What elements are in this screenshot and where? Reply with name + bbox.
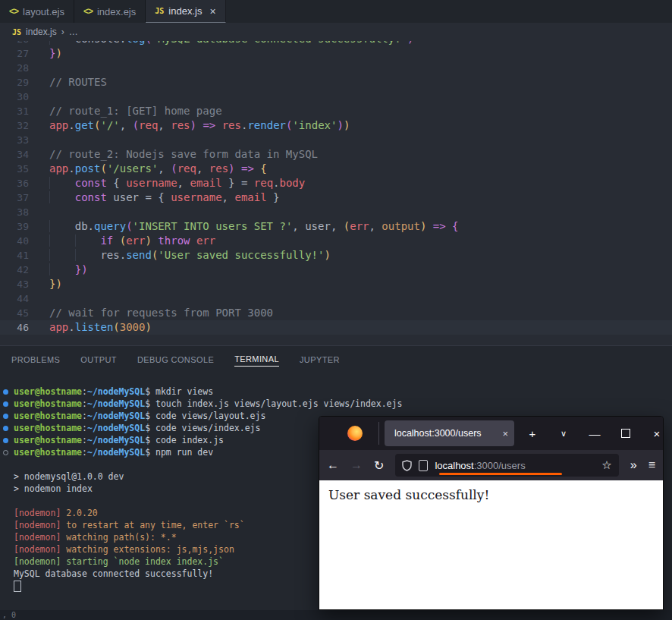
code-line[interactable]: 34// route_2: Nodejs save form data in M… xyxy=(0,147,672,162)
token xyxy=(215,119,221,131)
panel-tab-problems[interactable]: PROBLEMS xyxy=(11,352,60,367)
reload-button[interactable]: ↻ xyxy=(374,458,384,473)
close-icon[interactable]: × xyxy=(209,5,215,17)
token: ) xyxy=(55,47,61,59)
token: render xyxy=(247,119,286,131)
token: code views/layout.ejs xyxy=(155,411,265,421)
code-line[interactable]: 30 xyxy=(0,90,672,104)
token: watching path(s): *.* xyxy=(66,532,176,543)
token: 'INSERT INTO users SET ?' xyxy=(133,220,293,232)
line-number: 43 xyxy=(0,277,29,291)
code-line[interactable]: 33 xyxy=(0,133,672,147)
token: email xyxy=(234,191,266,203)
browser-tab[interactable]: localhost:3000/users × xyxy=(385,420,514,446)
command-status-dot-icon xyxy=(3,446,12,458)
token: output xyxy=(382,220,420,232)
token xyxy=(49,234,75,247)
breadcrumb-ellipsis[interactable]: … xyxy=(69,27,78,37)
code-line[interactable]: 43}) xyxy=(0,277,672,291)
token: $ xyxy=(145,423,155,433)
code-line[interactable]: 31// route_1: [GET] home page xyxy=(0,104,672,118)
code-line[interactable]: 41 res.send('User saved successfully!') xyxy=(0,248,672,263)
code-line[interactable]: 46app.listen(3000) xyxy=(0,320,672,335)
code-editor[interactable]: 26 console.log('MySQL database connected… xyxy=(0,41,672,345)
token: => xyxy=(203,119,215,131)
minimize-button[interactable]: — xyxy=(589,427,601,440)
code-line-text xyxy=(29,205,49,219)
hamburger-menu-icon[interactable]: ≡ xyxy=(648,458,655,472)
code-line[interactable]: 32app.get('/', (req, res) => res.render(… xyxy=(0,118,672,133)
panel-tab-jupyter[interactable]: JUPYTER xyxy=(300,352,340,367)
code-line-text: app.listen(3000) xyxy=(29,320,152,335)
code-line[interactable]: 28 xyxy=(0,61,672,75)
token xyxy=(75,249,101,261)
token: : xyxy=(82,447,87,458)
token: ) xyxy=(228,162,234,175)
firefox-titlebar[interactable]: localhost:3000/users × + ∨ — × xyxy=(319,417,663,450)
line-number: 33 xyxy=(0,133,29,147)
code-line[interactable]: 29// ROUTES xyxy=(0,75,672,90)
code-line-text: }) xyxy=(29,46,62,61)
code-line[interactable]: 44 xyxy=(0,291,672,306)
token: ) xyxy=(407,41,413,45)
token: { xyxy=(452,220,458,232)
shield-icon[interactable] xyxy=(402,460,412,471)
code-line[interactable]: 45// wait for requests from PORT 3000 xyxy=(0,306,672,320)
overflow-chevrons-icon[interactable]: » xyxy=(630,458,637,472)
code-line[interactable]: 38 xyxy=(0,205,672,219)
panel-tab-terminal[interactable]: TERMINAL xyxy=(234,351,279,367)
close-window-button[interactable]: × xyxy=(651,427,663,440)
code-line[interactable]: 27}) xyxy=(0,46,672,61)
breadcrumb[interactable]: JS index.js › … xyxy=(0,23,672,41)
token: ~/nodeMySQL xyxy=(87,386,145,397)
token: user = { xyxy=(107,191,171,203)
token: ~/nodeMySQL xyxy=(87,398,145,409)
token: . xyxy=(120,249,126,261)
token: , xyxy=(158,162,171,175)
code-line-text: db.query('INSERT INTO users SET ?', user… xyxy=(29,219,459,234)
line-number: 28 xyxy=(0,61,29,75)
breadcrumb-file[interactable]: index.js xyxy=(26,27,57,37)
back-button[interactable]: ← xyxy=(327,458,339,472)
token: ( xyxy=(145,41,151,45)
panel-tab-debug-console[interactable]: DEBUG CONSOLE xyxy=(137,352,214,367)
panel-tab-output[interactable]: OUTPUT xyxy=(80,352,117,367)
token: [nodemon] xyxy=(14,544,66,555)
code-line[interactable]: 26 console.log('MySQL database connected… xyxy=(0,41,672,46)
line-number: 29 xyxy=(0,75,29,90)
token: : xyxy=(82,398,87,409)
maximize-button[interactable] xyxy=(620,427,632,440)
page-info-icon[interactable] xyxy=(419,460,428,471)
code-line-text: app.get('/', (req, res) => res.render('i… xyxy=(29,118,350,133)
terminal-gutter xyxy=(3,543,12,555)
code-line[interactable]: 35app.post('/users', (req, res) => { xyxy=(0,162,672,176)
tab-close-icon[interactable]: × xyxy=(502,428,508,439)
editor-tab-bar: <> layout.ejs <> index.ejs JS index.js × xyxy=(0,0,672,23)
code-line-text: const { username, email } = req.body xyxy=(29,176,305,190)
token: res xyxy=(100,249,119,261)
token xyxy=(49,220,75,232)
code-line[interactable]: 36 const { username, email } = req.body xyxy=(0,176,672,190)
token: app xyxy=(49,321,68,333)
code-line-text: }) xyxy=(29,263,88,277)
code-line[interactable]: 37 const user = { username, email } xyxy=(0,190,672,205)
code-line[interactable]: 42 }) xyxy=(0,263,672,277)
token: req xyxy=(254,177,273,189)
tab-layout-ejs[interactable]: <> layout.ejs xyxy=(0,0,74,23)
code-line[interactable]: 39 db.query('INSERT INTO users SET ?', u… xyxy=(0,219,672,234)
token: > nodemysql@1.0.0 dev xyxy=(14,471,124,482)
tab-index-js[interactable]: JS index.js × xyxy=(146,0,225,23)
code-line[interactable]: 40 if (err) throw err xyxy=(0,234,672,248)
url-bar[interactable]: localhost:3000/users ☆ xyxy=(395,454,618,477)
new-tab-button[interactable]: + xyxy=(526,427,539,440)
token xyxy=(75,234,101,247)
titlebar-divider xyxy=(378,422,379,445)
token: [nodemon] starting `node index index.js` xyxy=(14,556,224,567)
tab-index-ejs[interactable]: <> index.ejs xyxy=(74,0,146,23)
token: MySQL database connected successfully! xyxy=(14,568,213,579)
bookmark-star-icon[interactable]: ☆ xyxy=(601,458,611,472)
url-text[interactable]: localhost:3000/users xyxy=(435,460,595,471)
tab-list-chevron-icon[interactable]: ∨ xyxy=(557,429,570,439)
forward-button[interactable]: → xyxy=(350,458,363,472)
js-file-icon: JS xyxy=(155,7,164,15)
